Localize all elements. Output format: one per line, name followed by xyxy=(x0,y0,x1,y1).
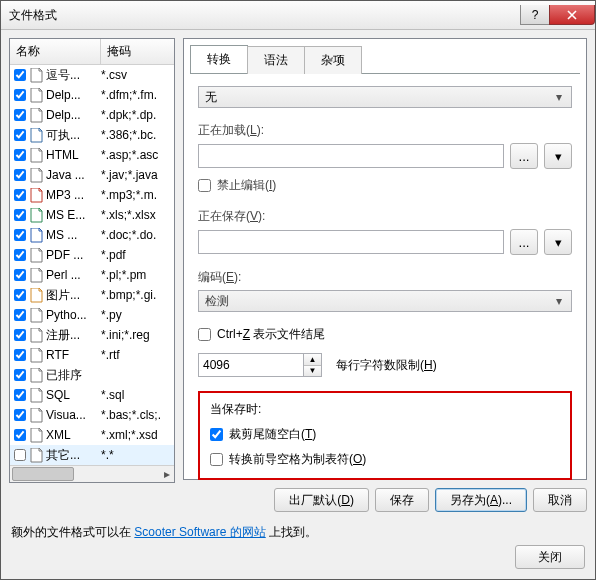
list-item[interactable]: MS ...*.doc;*.do. xyxy=(10,225,174,245)
saving-menu-button[interactable]: ▾ xyxy=(544,229,572,255)
close-icon xyxy=(567,10,577,20)
save-as-button[interactable]: 另存为(A)... xyxy=(435,488,527,512)
list-item[interactable]: 逗号...*.csv xyxy=(10,65,174,85)
list-item-checkbox[interactable] xyxy=(14,69,26,81)
list-item[interactable]: XML*.xml;*.xsd xyxy=(10,425,174,445)
limit-label: 每行字符数限制(H) xyxy=(336,357,437,374)
saving-input[interactable] xyxy=(198,230,504,254)
list-item-checkbox[interactable] xyxy=(14,209,26,221)
tabs-checkbox[interactable]: 转换前导空格为制表符(O) xyxy=(210,451,560,468)
file-icon xyxy=(29,208,43,222)
saving-section: 正在保存(V): ... ▾ xyxy=(198,208,572,255)
trim-checkbox[interactable]: 裁剪尾随空白(T) xyxy=(210,426,560,443)
list-item[interactable]: MP3 ...*.mp3;*.m. xyxy=(10,185,174,205)
tabs-input[interactable] xyxy=(210,453,223,466)
list-item-checkbox[interactable] xyxy=(14,309,26,321)
top-combo[interactable]: 无 ▾ xyxy=(198,86,572,108)
list-item-checkbox[interactable] xyxy=(14,189,26,201)
scooter-link[interactable]: Scooter Software 的网站 xyxy=(134,525,265,539)
list-item-checkbox[interactable] xyxy=(14,409,26,421)
tab-syntax[interactable]: 语法 xyxy=(247,46,305,74)
list-item[interactable]: Perl ...*.pl;*.pm xyxy=(10,265,174,285)
help-button[interactable]: ? xyxy=(520,5,550,25)
loading-menu-button[interactable]: ▾ xyxy=(544,143,572,169)
list-item-checkbox[interactable] xyxy=(14,349,26,361)
encoding-label: 编码(E): xyxy=(198,269,572,286)
format-list[interactable]: 逗号...*.csvDelp...*.dfm;*.fm.Delp...*.dpk… xyxy=(10,65,174,465)
list-item-checkbox[interactable] xyxy=(14,169,26,181)
list-item-checkbox[interactable] xyxy=(14,149,26,161)
list-item-name: MP3 ... xyxy=(46,188,96,202)
spin-down-icon[interactable]: ▼ xyxy=(304,365,321,377)
trim-input[interactable] xyxy=(210,428,223,441)
list-item-checkbox[interactable] xyxy=(14,249,26,261)
forbid-edit-input[interactable] xyxy=(198,179,211,192)
list-item[interactable]: PDF ...*.pdf xyxy=(10,245,174,265)
saving-browse-button[interactable]: ... xyxy=(510,229,538,255)
list-item-name: 已排序 xyxy=(46,367,96,384)
list-item[interactable]: HTML*.asp;*.asc xyxy=(10,145,174,165)
list-item-checkbox[interactable] xyxy=(14,129,26,141)
tab-misc[interactable]: 杂项 xyxy=(304,46,362,74)
list-item-checkbox[interactable] xyxy=(14,89,26,101)
list-item-name: MS ... xyxy=(46,228,96,242)
list-item[interactable]: Delp...*.dfm;*.fm. xyxy=(10,85,174,105)
cancel-button[interactable]: 取消 xyxy=(533,488,587,512)
list-item-checkbox[interactable] xyxy=(14,369,26,381)
list-item[interactable]: Java ...*.jav;*.java xyxy=(10,165,174,185)
list-item[interactable]: Delp...*.dpk;*.dp. xyxy=(10,105,174,125)
list-item-checkbox[interactable] xyxy=(14,329,26,341)
list-item[interactable]: SQL*.sql xyxy=(10,385,174,405)
save-button[interactable]: 保存 xyxy=(375,488,429,512)
list-item-mask: *.csv xyxy=(101,68,170,82)
h-scrollbar[interactable]: ▸ xyxy=(10,465,174,482)
list-item-mask: *.386;*.bc. xyxy=(101,128,170,142)
list-item[interactable]: 已排序 xyxy=(10,365,174,385)
list-item-checkbox[interactable] xyxy=(14,389,26,401)
loading-browse-button[interactable]: ... xyxy=(510,143,538,169)
scrollbar-thumb[interactable] xyxy=(12,467,74,481)
list-item-mask: *.bas;*.cls;. xyxy=(101,408,170,422)
limit-spinner[interactable]: ▲▼ xyxy=(198,353,322,377)
list-item-name: Delp... xyxy=(46,88,96,102)
list-item-checkbox[interactable] xyxy=(14,429,26,441)
file-icon xyxy=(29,388,43,402)
list-item-checkbox[interactable] xyxy=(14,269,26,281)
list-item-checkbox[interactable] xyxy=(14,449,26,461)
col-name-header[interactable]: 名称 xyxy=(10,39,101,64)
list-item[interactable]: Visua...*.bas;*.cls;. xyxy=(10,405,174,425)
spin-up-icon[interactable]: ▲ xyxy=(304,354,321,365)
limit-row: ▲▼ 每行字符数限制(H) xyxy=(198,353,572,377)
list-item[interactable]: 其它...*.* xyxy=(10,445,174,465)
close-dialog-button[interactable]: 关闭 xyxy=(515,545,585,569)
list-item-mask: *.asp;*.asc xyxy=(101,148,170,162)
list-item-checkbox[interactable] xyxy=(14,109,26,121)
list-item-checkbox[interactable] xyxy=(14,229,26,241)
list-item[interactable]: 图片...*.bmp;*.gi. xyxy=(10,285,174,305)
left-column: 名称 掩码 逗号...*.csvDelp...*.dfm;*.fm.Delp..… xyxy=(9,38,175,480)
forbid-edit-checkbox[interactable]: 禁止编辑(I) xyxy=(198,177,572,194)
factory-defaults-button[interactable]: 出厂默认(D) xyxy=(274,488,369,512)
file-icon xyxy=(29,368,43,382)
scroll-right-icon[interactable]: ▸ xyxy=(160,467,174,481)
encoding-section: 编码(E): 检测 ▾ xyxy=(198,269,572,312)
titlebar: 文件格式 ? xyxy=(1,1,595,30)
ctrlz-input[interactable] xyxy=(198,328,211,341)
limit-input[interactable] xyxy=(199,354,303,376)
file-icon xyxy=(29,108,43,122)
list-item[interactable]: 注册...*.ini;*.reg xyxy=(10,325,174,345)
loading-input[interactable] xyxy=(198,144,504,168)
encoding-combo[interactable]: 检测 ▾ xyxy=(198,290,572,312)
window-title: 文件格式 xyxy=(9,7,521,24)
list-item[interactable]: RTF*.rtf xyxy=(10,345,174,365)
list-item-checkbox[interactable] xyxy=(14,289,26,301)
list-item-mask: *.* xyxy=(101,448,170,462)
tab-convert[interactable]: 转换 xyxy=(190,45,248,73)
col-mask-header[interactable]: 掩码 xyxy=(101,39,137,64)
close-button[interactable] xyxy=(549,5,595,25)
list-item[interactable]: 可执...*.386;*.bc. xyxy=(10,125,174,145)
ctrlz-checkbox[interactable]: Ctrl+Z 表示文件结尾 xyxy=(198,326,572,343)
list-item[interactable]: Pytho...*.py xyxy=(10,305,174,325)
list-item[interactable]: MS E...*.xls;*.xlsx xyxy=(10,205,174,225)
file-icon xyxy=(29,88,43,102)
